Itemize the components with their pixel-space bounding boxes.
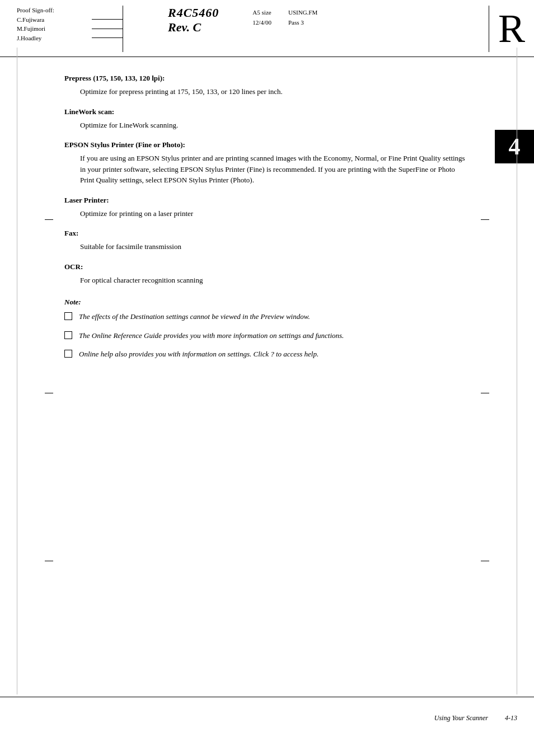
- main-content: 4 Prepress (175, 150, 133, 120 lpi): Opt…: [0, 57, 534, 390]
- header-title: R4C5460: [168, 6, 219, 20]
- footer-section-label: Using Your Scanner: [434, 714, 488, 722]
- note-text-2: The Online Reference Guide provides you …: [79, 330, 470, 341]
- left-margin: [0, 57, 53, 390]
- section-laser-title: Laser Printer:: [64, 196, 470, 205]
- section-linework-title: LineWork scan:: [64, 107, 470, 116]
- note-checkbox-3: [64, 350, 72, 358]
- tick-mark-right-3: [481, 561, 489, 561]
- section-epson: EPSON Stylus Printer (Fine or Photo): If…: [64, 140, 470, 186]
- note-item-2: The Online Reference Guide provides you …: [64, 330, 470, 341]
- question-mark: ?: [270, 350, 274, 358]
- name-hoadley: J.Hoadley: [17, 34, 123, 43]
- section-ocr-title: OCR:: [64, 262, 470, 271]
- header-proof-section: Proof Sign-off: C.Fujiwara M.Fujimori J.…: [0, 6, 123, 52]
- note-label: Note:: [64, 298, 470, 307]
- section-fax-body: Suitable for facsimile transmission: [64, 241, 470, 252]
- bottom-border: [0, 697, 534, 697]
- header-meta: A5 size 12/4/00 USING.FM Pass 3: [252, 8, 317, 35]
- header-center: R4C5460 Rev. C A5 size 12/4/00 USING.FM …: [123, 6, 489, 52]
- section-laser: Laser Printer: Optimize for printing on …: [64, 196, 470, 219]
- border-left: [17, 48, 17, 694]
- name-fujimori: M.Fujimori: [17, 24, 123, 34]
- note-text-3: Online help also provides you with infor…: [79, 349, 470, 360]
- page-footer: Using Your Scanner 4-13: [0, 714, 534, 722]
- tick-mark-left-3: [45, 561, 53, 561]
- section-linework-body: Optimize for LineWork scanning.: [64, 120, 470, 131]
- header-title-block: R4C5460 Rev. C: [168, 6, 219, 35]
- section-laser-body: Optimize for printing on a laser printer: [64, 208, 470, 219]
- section-linework: LineWork scan: Optimize for LineWork sca…: [64, 107, 470, 131]
- tick-mark-right-1: [481, 219, 489, 220]
- header-subtitle: Rev. C: [168, 20, 219, 35]
- section-prepress: Prepress (175, 150, 133, 120 lpi): Optim…: [64, 74, 470, 97]
- note-checkbox-2: [64, 331, 72, 339]
- tick-mark-left-2: [45, 393, 53, 393]
- page: Proof Sign-off: C.Fujiwara M.Fujimori J.…: [0, 0, 534, 756]
- note-checkbox-1: [64, 312, 72, 320]
- tick-mark-left-1: [45, 219, 53, 220]
- section-epson-body: If you are using an EPSON Stylus printer…: [64, 153, 470, 186]
- header-meta-left: A5 size 12/4/00: [252, 8, 271, 35]
- section-prepress-body: Optimize for prepress printing at 175, 1…: [64, 86, 470, 97]
- footer-page-number: 4-13: [505, 714, 517, 722]
- note-section: Note: The effects of the Destination set…: [64, 298, 470, 360]
- footer-text: Using Your Scanner 4-13: [434, 714, 517, 722]
- note-text-1: The effects of the Destination settings …: [79, 311, 470, 322]
- note-item-3: Online help also provides you with infor…: [64, 349, 470, 360]
- section-epson-title: EPSON Stylus Printer (Fine or Photo):: [64, 140, 470, 149]
- right-margin: [481, 57, 534, 390]
- note-item-1: The effects of the Destination settings …: [64, 311, 470, 322]
- proof-label: Proof Sign-off:: [17, 6, 123, 15]
- border-right: [517, 48, 517, 694]
- tick-mark-right-2: [481, 393, 489, 393]
- header-chapter-letter: R: [489, 6, 534, 52]
- header-meta-right: USING.FM Pass 3: [288, 8, 317, 35]
- section-ocr-body: For optical character recognition scanni…: [64, 275, 470, 286]
- name-fujiwara: C.Fujiwara: [17, 15, 123, 25]
- section-fax-title: Fax:: [64, 229, 470, 238]
- section-prepress-title: Prepress (175, 150, 133, 120 lpi):: [64, 74, 470, 83]
- page-header: Proof Sign-off: C.Fujiwara M.Fujimori J.…: [0, 0, 534, 57]
- content-area: 4 Prepress (175, 150, 133, 120 lpi): Opt…: [53, 57, 481, 390]
- section-ocr: OCR: For optical character recognition s…: [64, 262, 470, 286]
- section-fax: Fax: Suitable for facsimile transmission: [64, 229, 470, 252]
